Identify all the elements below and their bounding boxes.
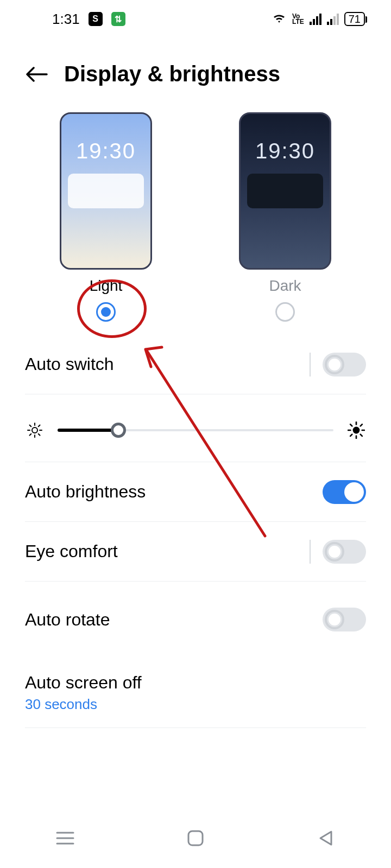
volte-icon: Vo LTE (292, 14, 304, 24)
slider-thumb[interactable] (111, 423, 126, 438)
status-left: 1:31 S ⇅ (52, 11, 125, 28)
system-nav-bar (0, 808, 391, 868)
theme-option-dark[interactable]: 19:30 Dark (239, 112, 331, 322)
app-icon-green: ⇅ (111, 12, 125, 26)
row-label: Eye comfort (25, 541, 118, 561)
svg-line-8 (39, 425, 40, 427)
row-label: Auto brightness (25, 482, 146, 502)
nav-back-button[interactable] (312, 825, 339, 852)
svg-line-5 (30, 425, 31, 427)
svg-line-14 (350, 424, 352, 426)
svg-rect-22 (188, 831, 203, 845)
svg-line-17 (361, 424, 362, 426)
brightness-slider[interactable] (58, 419, 333, 441)
theme-radio-light[interactable] (96, 302, 116, 322)
battery-indicator: 71 (344, 12, 365, 26)
theme-label-dark: Dark (269, 277, 301, 295)
divider-icon (310, 540, 311, 564)
row-auto-brightness[interactable]: Auto brightness (25, 462, 366, 522)
row-label: Auto rotate (25, 610, 110, 630)
row-auto-switch[interactable]: Auto switch (25, 335, 366, 394)
status-right: Vo LTE 71 (272, 11, 365, 28)
preview-card (247, 174, 323, 208)
row-right (310, 353, 366, 376)
row-eye-comfort[interactable]: Eye comfort (25, 522, 366, 582)
status-time: 1:31 (52, 11, 80, 28)
app-icon-shopping: S (89, 12, 103, 26)
row-auto-rotate[interactable]: Auto rotate (25, 582, 366, 658)
settings-list: Auto switch Auto brightness Eye comfort (0, 322, 391, 728)
wifi-icon (272, 11, 287, 28)
row-label: Auto switch (25, 354, 114, 374)
signal-icon-2 (327, 13, 339, 25)
status-bar: 1:31 S ⇅ Vo LTE 71 (0, 0, 391, 38)
theme-option-light[interactable]: 19:30 Light (60, 112, 152, 322)
svg-line-15 (361, 435, 362, 436)
brightness-high-icon (346, 420, 366, 440)
auto-switch-toggle[interactable] (323, 353, 366, 376)
row-auto-screen-off[interactable]: Auto screen off 30 seconds (25, 658, 366, 728)
theme-preview-dark: 19:30 (239, 112, 331, 270)
preview-clock: 19:30 (61, 139, 150, 163)
svg-line-7 (30, 434, 31, 436)
signal-icon-1 (310, 13, 321, 25)
slider-fill (58, 429, 118, 432)
nav-recent-button[interactable] (52, 825, 79, 852)
theme-label-light: Light (90, 277, 123, 295)
brightness-block (25, 394, 366, 462)
brightness-low-icon (25, 420, 45, 440)
page-title: Display & brightness (64, 62, 280, 86)
theme-preview-light: 19:30 (60, 112, 152, 270)
preview-clock: 19:30 (241, 139, 330, 163)
theme-radio-dark[interactable] (275, 302, 295, 322)
auto-brightness-toggle[interactable] (323, 480, 366, 504)
row-value: 30 seconds (25, 696, 142, 713)
svg-line-16 (350, 435, 352, 436)
nav-home-button[interactable] (182, 825, 209, 852)
page-header: Display & brightness (0, 38, 391, 103)
svg-point-0 (32, 427, 37, 433)
divider-icon (310, 353, 311, 376)
theme-chooser: 19:30 Light 19:30 Dark (0, 103, 391, 322)
preview-card (68, 174, 144, 208)
auto-rotate-toggle[interactable] (323, 608, 366, 631)
row-right (310, 540, 366, 564)
row-col: Auto screen off 30 seconds (25, 673, 142, 713)
row-label: Auto screen off (25, 673, 142, 693)
svg-line-6 (39, 434, 40, 436)
back-button[interactable] (25, 62, 49, 86)
eye-comfort-toggle[interactable] (323, 540, 366, 564)
svg-point-9 (353, 427, 360, 434)
brightness-row (25, 419, 366, 441)
